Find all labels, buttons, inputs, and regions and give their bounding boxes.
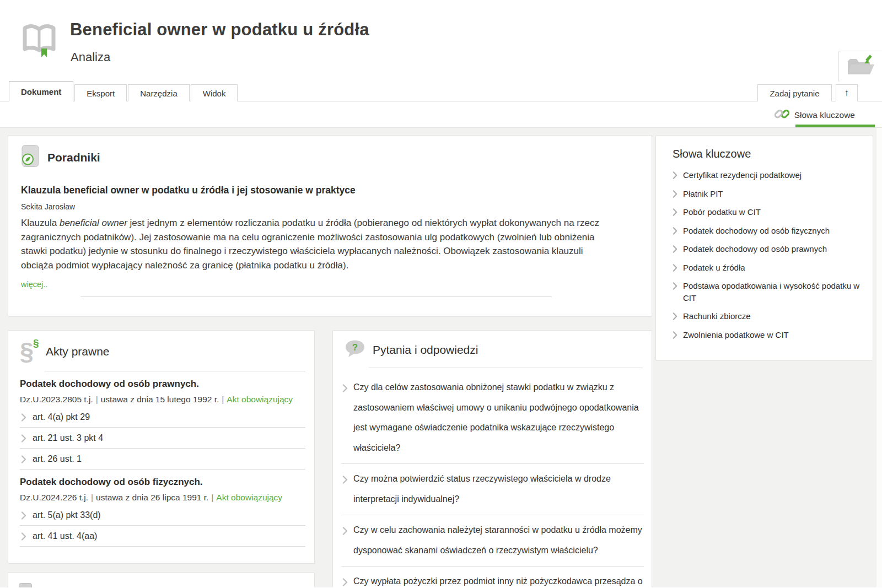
poradniki-card: Poradniki Klauzula beneficial owner w po… [8,135,652,317]
act-reference: Dz.U.2024.226 t.j. [20,493,88,502]
tab-group-left: Dokument Eksport Narzędzia Widok [9,81,238,101]
next-section-card [8,573,315,587]
keyword-link[interactable]: Pobór podatku w CIT [673,206,862,218]
article-link[interactable]: art. 5(a) pkt 33(d) [20,505,305,526]
more-link[interactable]: więcej.. [21,280,47,289]
keyword-label: Rachunki zbiorcze [683,310,751,322]
act-block: Podatek dochodowy od osób prawnych. Dz.U… [20,379,305,470]
chevron-right-icon [673,227,677,235]
question-link[interactable]: Czy można potwierdzić status rzeczywiste… [341,464,644,515]
keywords-toggle[interactable]: Słowa kluczowe [775,106,855,123]
keyword-link[interactable]: Rachunki zbiorcze [673,310,862,322]
save-to-folder-button[interactable] [838,51,882,82]
keyword-link[interactable]: Podatek dochodowy od osób fizycznych [673,225,862,237]
scroll-to-top-button[interactable]: ↑ [836,84,858,101]
guide-compass-icon [20,144,40,170]
tab-dokument[interactable]: Dokument [9,81,73,101]
guide-article: Klauzula beneficial owner w podatku u źr… [8,170,652,289]
tab-widok[interactable]: Widok [191,84,238,101]
keyword-link[interactable]: Podatek u źródła [673,262,862,274]
chevron-right-icon [21,413,26,422]
article-link[interactable]: art. 21 ust. 3 pkt 4 [20,428,305,449]
keyword-label: Podstawa opodatkowania i wysokość podatk… [683,280,862,304]
chevron-right-icon [21,511,26,520]
question-label: Czy wypłata pożyczki przez podmiot inny … [353,571,643,587]
tab-narzedzia[interactable]: Narzędzia [128,84,190,101]
question-link[interactable]: Czy wypłata pożyczki przez podmiot inny … [341,567,644,587]
chevron-right-icon [21,532,26,541]
act-status-badge: Akt obowiązujący [216,493,282,502]
act-description: ustawa z dnia 15 lutego 1992 r. [101,395,219,404]
chevron-right-icon [673,312,677,320]
question-link[interactable]: Czy w celu zachowania należytej staranno… [341,515,644,567]
document-page: Beneficial owner w podatku u źródła Anal… [0,0,882,588]
act-meta: Dz.U.2024.226 t.j.|ustawa z dnia 26 lipc… [20,493,305,503]
act-articles: art. 4(a) pkt 29 art. 21 ust. 3 pkt 4 [20,407,305,470]
question-label: Czy dla celów zastosowania obniżonej sta… [353,377,643,458]
keywords-list: Certyfikat rezydencji podatkowej Płatnik… [656,160,873,341]
scrollbar-gutter[interactable] [876,128,882,587]
meta-separator: | [88,493,96,502]
keyword-label: Pobór podatku w CIT [683,206,761,218]
act-title-link[interactable]: Podatek dochodowy od osób prawnych. [20,379,305,390]
chevron-right-icon [342,527,348,535]
article-link[interactable]: art. 41 ust. 4(aa) [20,526,305,547]
meta-separator: | [93,395,101,404]
chevron-right-icon [21,455,26,463]
article-link[interactable]: art. 4(a) pkt 29 [20,407,305,428]
tab-group-right: Zadaj pytanie ↑ [757,84,858,101]
secondary-bar: Słowa kluczowe [0,101,882,128]
keyword-label: Podatek u źródła [683,262,745,274]
tab-eksport[interactable]: Eksport [74,84,127,101]
act-meta: Dz.U.2023.2805 t.j.|ustawa z dnia 15 lut… [20,395,305,404]
keyword-link[interactable]: Podatek dochodowy od osób prawnych [673,243,862,255]
divider [80,296,552,297]
question-label: Czy w celu zachowania należytej staranno… [353,520,643,560]
questions-list: Czy dla celów zastosowania obniżonej sta… [333,373,652,587]
questions-card: ? Pytania i odpowiedzi Czy dla celów zas… [332,330,652,587]
act-articles: art. 5(a) pkt 33(d) art. 41 ust. 4(aa) [20,505,305,547]
article-label: art. 26 ust. 1 [33,454,82,464]
questions-heading: Pytania i odpowiedzi [373,343,478,357]
legal-acts-heading: Akty prawne [46,345,110,358]
active-section-underline [795,125,875,127]
folder-download-icon [846,55,880,79]
keyword-link[interactable]: Płatnik PIT [673,188,862,200]
act-description: ustawa z dnia 26 lipca 1991 r. [96,493,208,502]
acts-list: Podatek dochodowy od osób prawnych. Dz.U… [8,379,314,547]
chevron-right-icon [673,282,677,290]
article-author: Sekita Jarosław [21,202,639,211]
ask-question-button[interactable]: Zadaj pytanie [757,84,831,101]
questions-header: ? Pytania i odpowiedzi [333,331,652,360]
paragraph-glyph-large: § [20,337,34,365]
chain-link-icon [775,106,789,123]
keyword-label: Zwolnienia podatkowe w CIT [683,329,789,341]
article-abstract: Klauzula beneficial owner jest jednym z … [21,216,608,272]
keyword-link[interactable]: Certyfikat rezydencji podatkowej [673,169,862,181]
keyword-label: Podatek dochodowy od osób fizycznych [683,225,830,237]
chevron-right-icon [673,331,677,339]
article-title-link[interactable]: Klauzula beneficial owner w podatku u źr… [21,185,639,196]
section-icon [19,583,32,587]
keywords-toggle-label: Słowa kluczowe [794,110,855,120]
chevron-right-icon [673,171,677,179]
chevron-right-icon [673,208,677,216]
arrow-up-icon: ↑ [845,88,849,99]
chevron-right-icon [673,245,677,253]
article-label: art. 5(a) pkt 33(d) [33,510,101,520]
chevron-right-icon [21,434,26,443]
question-bubble-icon: ? [345,339,365,360]
tab-bar: Dokument Eksport Narzędzia Widok Zadaj p… [0,82,882,101]
keyword-link[interactable]: Podstawa opodatkowania i wysokość podatk… [673,280,862,304]
act-title-link[interactable]: Podatek dochodowy od osób fizycznych. [20,477,305,488]
question-link[interactable]: Czy dla celów zastosowania obniżonej sta… [341,373,644,464]
chevron-right-icon [342,476,348,484]
article-label: art. 4(a) pkt 29 [33,412,90,422]
keyword-label: Płatnik PIT [683,188,723,200]
chevron-right-icon [673,264,677,272]
article-link[interactable]: art. 26 ust. 1 [20,449,305,470]
act-block: Podatek dochodowy od osób fizycznych. Dz… [20,477,305,547]
meta-separator: | [219,395,227,404]
keyword-link[interactable]: Zwolnienia podatkowe w CIT [673,329,862,341]
chevron-right-icon [342,578,348,586]
